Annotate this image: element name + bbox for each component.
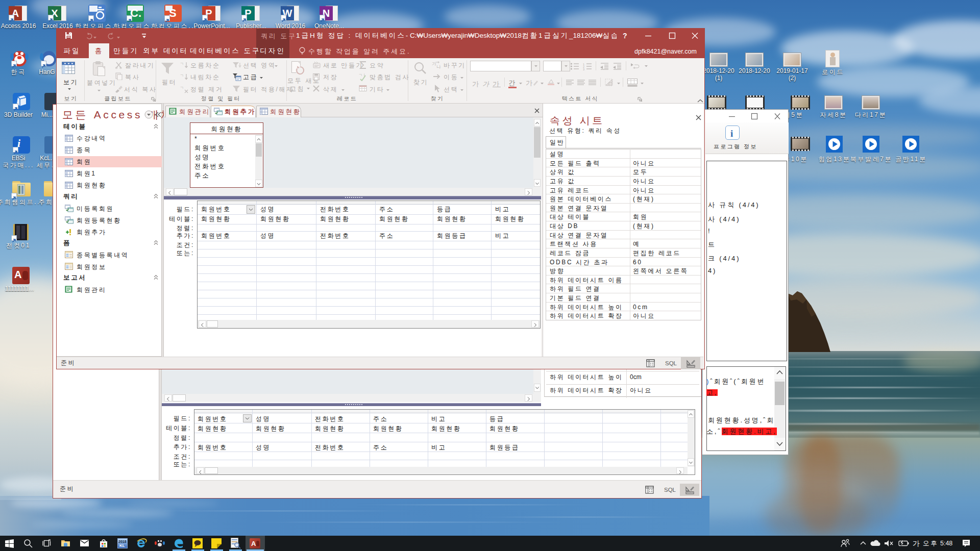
svg-text:ㄱ: ㄱ: [180, 73, 185, 78]
svg-text:ㄱ: ㄱ: [180, 86, 184, 90]
svg-text:3: 3: [583, 68, 584, 71]
svg-text:ㄱ: ㄱ: [180, 62, 185, 66]
svg-text:ㄱㅏ: ㄱㅏ: [358, 73, 366, 78]
svg-text:?: ?: [623, 32, 627, 40]
svg-text:나: 나: [436, 64, 442, 69]
